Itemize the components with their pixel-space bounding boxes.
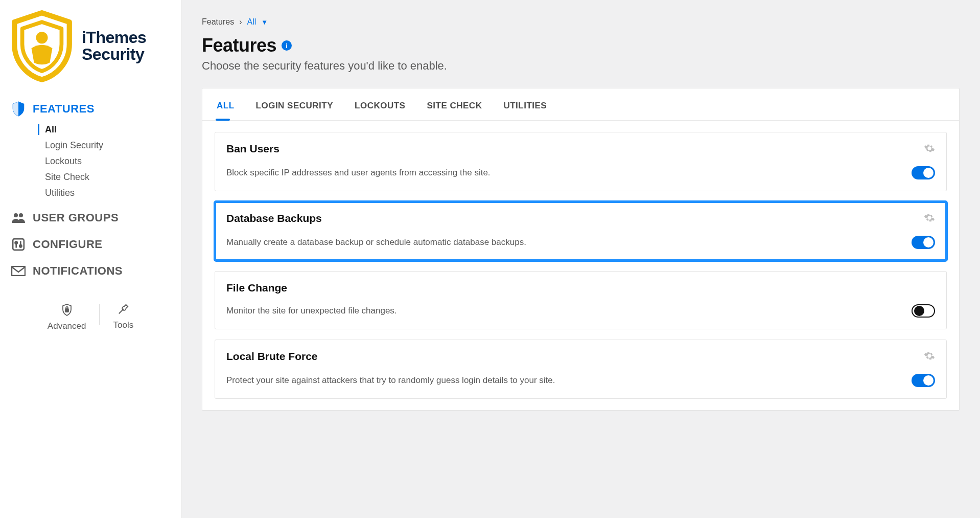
sidebar: iThemes Security FEATURES All Login Secu… xyxy=(0,0,181,518)
svg-point-7 xyxy=(19,245,21,247)
toggle-local-brute-force[interactable] xyxy=(912,374,935,387)
sliders-icon xyxy=(11,237,26,252)
feature-description: Manually create a database backup or sch… xyxy=(226,236,526,249)
gear-icon[interactable] xyxy=(924,212,935,226)
sidebar-item-notifications[interactable]: NOTIFICATIONS xyxy=(9,259,172,283)
sidebar-subnav-features: All Login Security Lockouts Site Check U… xyxy=(38,124,172,198)
breadcrumb: Features › All ▼ xyxy=(202,17,960,27)
brand-logo: iThemes Security xyxy=(9,10,172,82)
page-description: Choose the security features you'd like … xyxy=(202,59,960,73)
feature-title: Ban Users xyxy=(226,143,279,155)
feature-description: Block specific IP addresses and user age… xyxy=(226,167,491,179)
tab-all[interactable]: ALL xyxy=(216,96,236,120)
subnav-item-login-security[interactable]: Login Security xyxy=(38,140,172,151)
toggle-database-backups[interactable] xyxy=(912,236,935,249)
tab-utilities[interactable]: UTILITIES xyxy=(502,96,548,120)
lock-shield-icon xyxy=(62,304,72,318)
feature-list: Ban Users Block specific IP addresses an… xyxy=(202,121,959,410)
page-title: Features xyxy=(202,35,276,56)
feature-description: Monitor the site for unexpected file cha… xyxy=(226,305,397,317)
subnav-item-lockouts[interactable]: Lockouts xyxy=(38,156,172,167)
tab-login-security[interactable]: LOGIN SECURITY xyxy=(255,96,335,120)
footer-item-advanced[interactable]: Advanced xyxy=(48,304,86,331)
tab-site-check[interactable]: SITE CHECK xyxy=(426,96,483,120)
feature-title: Local Brute Force xyxy=(226,350,318,363)
toggle-ban-users[interactable] xyxy=(912,166,935,179)
caret-down-icon[interactable]: ▼ xyxy=(261,18,268,26)
subnav-item-all[interactable]: All xyxy=(38,124,172,135)
brand-name: iThemes Security xyxy=(82,29,146,63)
svg-point-6 xyxy=(15,241,17,243)
feature-title: File Change xyxy=(226,282,287,294)
envelope-icon xyxy=(11,264,26,278)
feature-local-brute-force: Local Brute Force Protect your site agai… xyxy=(215,340,947,399)
info-icon[interactable]: i xyxy=(282,40,292,51)
feature-file-change: File Change Monitor the site for unexpec… xyxy=(215,271,947,329)
tab-lockouts[interactable]: LOCKOUTS xyxy=(354,96,406,120)
subnav-item-site-check[interactable]: Site Check xyxy=(38,172,172,183)
sidebar-item-label: FEATURES xyxy=(33,102,95,116)
svg-point-2 xyxy=(19,213,23,217)
feature-title: Database Backups xyxy=(226,212,322,224)
sidebar-item-label: NOTIFICATIONS xyxy=(33,264,123,278)
svg-rect-9 xyxy=(65,309,68,312)
shield-icon xyxy=(9,10,75,82)
users-icon xyxy=(11,211,26,225)
chevron-right-icon: › xyxy=(239,17,242,27)
sidebar-footer: Advanced Tools xyxy=(9,304,172,331)
subnav-item-utilities[interactable]: Utilities xyxy=(38,188,172,198)
divider xyxy=(99,304,100,325)
main-content: Features › All ▼ Features i Choose the s… xyxy=(181,0,980,518)
feature-ban-users: Ban Users Block specific IP addresses an… xyxy=(215,132,947,191)
feature-database-backups: Database Backups Manually create a datab… xyxy=(215,201,947,261)
breadcrumb-root[interactable]: Features xyxy=(202,17,234,27)
breadcrumb-current[interactable]: All xyxy=(247,17,256,27)
svg-point-0 xyxy=(36,32,48,43)
features-card: ALL LOGIN SECURITY LOCKOUTS SITE CHECK U… xyxy=(202,88,960,411)
wrench-icon xyxy=(118,304,129,317)
sidebar-item-label: USER GROUPS xyxy=(33,211,119,224)
toggle-file-change[interactable] xyxy=(912,304,935,318)
svg-point-1 xyxy=(14,213,18,217)
sidebar-item-label: CONFIGURE xyxy=(33,238,103,251)
sidebar-item-user-groups[interactable]: USER GROUPS xyxy=(9,206,172,230)
sidebar-item-configure[interactable]: CONFIGURE xyxy=(9,232,172,257)
svg-rect-3 xyxy=(13,239,24,250)
footer-item-tools[interactable]: Tools xyxy=(113,304,133,330)
feature-description: Protect your site against attackers that… xyxy=(226,374,555,387)
sidebar-item-features[interactable]: FEATURES xyxy=(9,97,172,121)
shield-small-icon xyxy=(11,102,26,116)
tabs: ALL LOGIN SECURITY LOCKOUTS SITE CHECK U… xyxy=(202,88,959,121)
sidebar-nav: FEATURES All Login Security Lockouts Sit… xyxy=(9,97,172,283)
gear-icon[interactable] xyxy=(924,143,935,156)
gear-icon[interactable] xyxy=(924,350,935,364)
